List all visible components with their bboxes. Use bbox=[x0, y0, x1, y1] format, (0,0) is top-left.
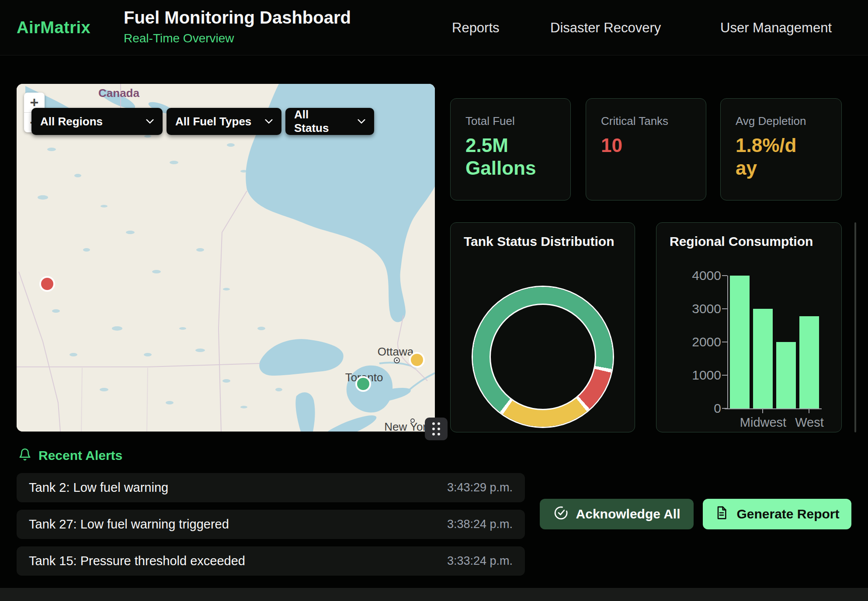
y-tick-mark bbox=[722, 375, 727, 376]
map-label-ottawa: Ottawa bbox=[378, 345, 414, 358]
alert-message: Tank 27: Low fuel warning triggered bbox=[29, 517, 229, 532]
x-tick-mark bbox=[809, 409, 809, 413]
bell-icon bbox=[18, 447, 31, 463]
y-tick-label: 2000 bbox=[672, 335, 721, 349]
map-resize-handle[interactable] bbox=[425, 418, 448, 440]
alert-time: 3:38:24 p.m. bbox=[447, 518, 513, 531]
y-tick-label: 3000 bbox=[672, 301, 721, 316]
acknowledge-all-button[interactable]: Acknowledge All bbox=[540, 499, 694, 529]
map-marker-normal[interactable] bbox=[356, 377, 370, 391]
map-canvas: Canada Ottawa Toronto New York bbox=[17, 84, 435, 432]
alerts-title: Recent Alerts bbox=[38, 448, 122, 463]
bar bbox=[730, 276, 750, 408]
brand-logo: AirMatrix bbox=[17, 18, 90, 37]
map-marker-warning[interactable] bbox=[410, 353, 424, 367]
stat-label: Total Fuel bbox=[465, 114, 556, 128]
tank-status-title: Tank Status Distribution bbox=[464, 234, 614, 249]
grip-dots-icon bbox=[432, 422, 440, 435]
region-filter-value: All Regions bbox=[40, 115, 103, 128]
y-tick-mark bbox=[722, 408, 727, 409]
generate-report-label: Generate Report bbox=[736, 507, 839, 522]
bar bbox=[753, 309, 773, 408]
stat-value: 10 bbox=[601, 134, 688, 157]
map-filter-bar: All Regions All Fuel Types All Status bbox=[31, 108, 374, 135]
stat-value: 1.8%/day bbox=[736, 134, 801, 180]
alert-time: 3:33:24 p.m. bbox=[447, 554, 513, 568]
alert-time: 3:43:29 p.m. bbox=[447, 481, 513, 494]
chevron-down-icon bbox=[358, 119, 365, 124]
y-tick-label: 1000 bbox=[672, 368, 721, 383]
chevron-down-icon bbox=[265, 119, 273, 124]
scrollbar[interactable] bbox=[854, 222, 856, 432]
app-header: AirMatrix Fuel Monitoring Dashboard Real… bbox=[0, 0, 868, 55]
acknowledge-all-label: Acknowledge All bbox=[576, 507, 681, 522]
nav-user-management[interactable]: User Management bbox=[720, 20, 832, 36]
fuel-type-filter-dropdown[interactable]: All Fuel Types bbox=[167, 108, 281, 135]
alert-row[interactable]: Tank 15: Pressure threshold exceeded 3:3… bbox=[17, 546, 525, 576]
y-tick-mark bbox=[722, 275, 727, 276]
map-label-canada: Canada bbox=[98, 86, 139, 100]
status-filter-dropdown[interactable]: All Status bbox=[285, 108, 374, 135]
alerts-header: Recent Alerts bbox=[18, 447, 122, 463]
page-title: Fuel Monitoring Dashboard bbox=[124, 8, 351, 28]
region-filter-dropdown[interactable]: All Regions bbox=[31, 108, 163, 135]
check-circle-icon bbox=[553, 505, 568, 523]
x-tick-mark bbox=[762, 409, 763, 413]
status-filter-value: All Status bbox=[294, 108, 346, 135]
alert-message: Tank 2: Low fuel warning bbox=[29, 480, 168, 495]
chevron-down-icon bbox=[146, 119, 154, 124]
tank-status-panel: Tank Status Distribution bbox=[450, 222, 635, 432]
stat-card-total-fuel: Total Fuel 2.5M Gallons bbox=[450, 98, 571, 200]
fuel-type-filter-value: All Fuel Types bbox=[175, 115, 251, 128]
stat-card-avg-depletion: Avg Depletion 1.8%/day bbox=[720, 98, 842, 200]
stat-label: Critical Tanks bbox=[601, 114, 691, 128]
nav-disaster-recovery[interactable]: Disaster Recovery bbox=[550, 20, 661, 36]
donut-hole bbox=[490, 304, 596, 410]
bar bbox=[776, 342, 796, 408]
y-tick-mark bbox=[722, 308, 727, 309]
town-icon-ottawa bbox=[394, 358, 399, 363]
y-tick-mark bbox=[722, 342, 727, 342]
x-tick-label: West bbox=[781, 415, 838, 430]
map[interactable]: Canada Ottawa Toronto New York + − All R… bbox=[17, 84, 435, 432]
stat-card-critical-tanks: Critical Tanks 10 bbox=[586, 98, 706, 200]
report-document-icon bbox=[715, 506, 729, 523]
stat-value: 2.5M Gallons bbox=[465, 134, 553, 180]
y-tick-label: 4000 bbox=[672, 268, 721, 283]
y-tick-label: 0 bbox=[672, 401, 721, 416]
alert-row[interactable]: Tank 2: Low fuel warning 3:43:29 p.m. bbox=[17, 473, 525, 502]
regional-consumption-panel: Regional Consumption 01000200030004000Mi… bbox=[656, 222, 842, 432]
footer-bar bbox=[0, 588, 868, 601]
generate-report-button[interactable]: Generate Report bbox=[703, 499, 851, 529]
bar bbox=[799, 316, 819, 408]
page-subtitle: Real-Time Overview bbox=[124, 31, 234, 45]
alert-row[interactable]: Tank 27: Low fuel warning triggered 3:38… bbox=[17, 510, 525, 539]
y-axis bbox=[727, 276, 728, 409]
dashboard: AirMatrix Fuel Monitoring Dashboard Real… bbox=[0, 0, 868, 601]
nav-reports[interactable]: Reports bbox=[452, 20, 500, 36]
alert-message: Tank 15: Pressure threshold exceeded bbox=[29, 554, 245, 568]
map-marker-critical[interactable] bbox=[40, 277, 54, 291]
stat-label: Avg Depletion bbox=[736, 114, 826, 128]
x-axis bbox=[725, 408, 822, 409]
bar-chart: 01000200030004000MidwestWest bbox=[656, 223, 842, 433]
